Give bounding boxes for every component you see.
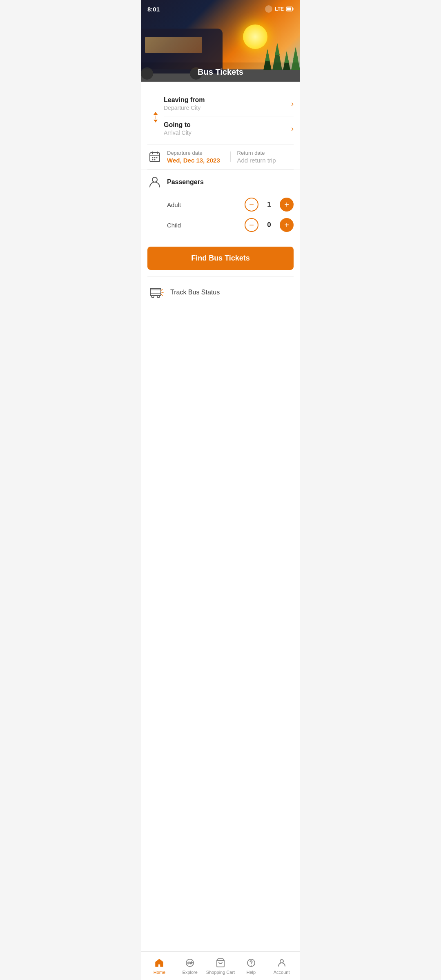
departure-city-placeholder: Departure City [164,105,205,111]
track-bus-icon [147,283,165,301]
svg-rect-1 [293,8,294,10]
svg-point-8 [154,157,156,158]
svg-marker-22 [187,961,191,964]
main-content: Leaving from Departure City › Going to A… [141,82,300,980]
date-section-divider [230,151,231,162]
svg-point-26 [280,960,283,963]
departure-date-value: Wed, Dec 13, 2023 [167,157,224,164]
child-count: 0 [265,221,273,229]
return-date-field[interactable]: Return date Add return trip [237,150,294,164]
svg-point-7 [152,157,154,158]
signal-icon [265,5,272,13]
svg-point-12 [152,177,157,182]
route-section: Leaving from Departure City › Going to A… [147,88,294,144]
going-to-field[interactable]: Going to Arrival City › [164,116,294,141]
adult-counter: − 1 + [245,198,294,212]
adult-passenger-row: Adult − 1 + [167,194,294,215]
explore-nav-label: Explore [183,970,198,975]
nav-item-home[interactable]: Home [144,955,175,977]
search-card: Leaving from Departure City › Going to A… [141,82,300,144]
passenger-icon [147,175,162,189]
arrow-down-icon [154,120,158,122]
cart-icon [215,958,226,968]
nav-item-cart[interactable]: Shopping Cart [205,955,236,977]
svg-rect-13 [150,288,161,296]
svg-point-25 [251,965,252,966]
return-date-label: Return date [237,150,294,156]
date-fields: Departure date Wed, Dec 13, 2023 Return … [167,150,294,164]
status-bar: 8:01 LTE [141,0,300,18]
track-bus-section[interactable]: Track Bus Status [141,277,300,308]
bottom-nav: Home Explore Shopping Cart [141,951,300,980]
svg-point-10 [152,159,154,160]
adult-count: 1 [265,200,273,209]
passengers-title: Passengers [167,178,204,186]
home-nav-label: Home [154,970,165,975]
find-bus-tickets-button[interactable]: Find Bus Tickets [147,247,294,270]
help-icon [246,958,256,968]
child-passenger-row: Child − 0 + [167,215,294,235]
svg-point-11 [154,159,156,160]
lte-icon: LTE [275,6,284,12]
leaving-from-label: Leaving from [164,96,205,104]
going-to-label: Going to [164,121,192,129]
route-fields: Leaving from Departure City › Going to A… [164,91,294,141]
arrival-city-placeholder: Arrival City [164,129,192,136]
page-title-overlay: Bus Tickets [141,62,300,82]
return-date-placeholder: Add return trip [237,157,294,164]
leaving-from-field[interactable]: Leaving from Departure City › [164,91,294,116]
help-nav-label: Help [246,970,256,975]
svg-point-9 [156,157,158,158]
svg-rect-2 [287,8,291,11]
adult-label: Adult [167,201,245,208]
chevron-right-icon: › [291,100,294,108]
find-btn-container: Find Bus Tickets [141,240,300,276]
page-title: Bus Tickets [147,67,294,77]
status-icons: LTE [265,5,294,13]
cart-nav-label: Shopping Cart [206,970,235,975]
swap-icon[interactable] [147,91,164,141]
child-label: Child [167,222,245,229]
calendar-icon [147,149,162,164]
passengers-header: Passengers [147,175,294,189]
child-increase-button[interactable]: + [280,218,294,232]
nav-item-help[interactable]: Help [236,955,266,977]
nav-item-account[interactable]: Account [266,955,297,977]
status-time: 8:01 [147,6,160,13]
bus-window [145,37,202,53]
track-bus-label: Track Bus Status [170,289,220,296]
account-icon [276,958,287,968]
departure-date-label: Departure date [167,150,224,156]
hero-section: 8:01 LTE Bus Tickets [141,0,300,82]
battery-icon [286,6,294,12]
nav-item-explore[interactable]: Explore [175,955,205,977]
svg-rect-14 [150,290,161,293]
adult-increase-button[interactable]: + [280,198,294,212]
child-counter: − 0 + [245,218,294,232]
explore-icon [185,958,195,968]
departure-date-field[interactable]: Departure date Wed, Dec 13, 2023 [167,150,224,164]
adult-decrease-button[interactable]: − [245,198,258,212]
child-decrease-button[interactable]: − [245,218,258,232]
home-icon [154,958,165,968]
passengers-section: Passengers Adult − 1 + Child − 0 + [141,170,300,240]
date-section[interactable]: Departure date Wed, Dec 13, 2023 Return … [141,145,300,169]
chevron-right-icon-2: › [291,125,294,133]
account-nav-label: Account [274,970,290,975]
arrow-up-icon [154,112,158,115]
